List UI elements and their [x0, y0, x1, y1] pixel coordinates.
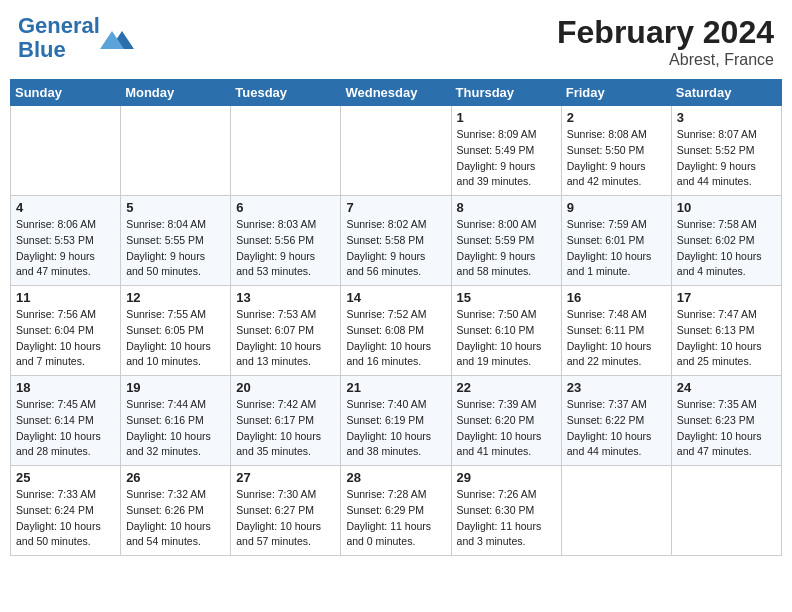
weekday-header-wednesday: Wednesday — [341, 80, 451, 106]
calendar-cell: 1Sunrise: 8:09 AM Sunset: 5:49 PM Daylig… — [451, 106, 561, 196]
calendar-header-row: SundayMondayTuesdayWednesdayThursdayFrid… — [11, 80, 782, 106]
day-info: Sunrise: 7:35 AM Sunset: 6:23 PM Dayligh… — [677, 397, 776, 460]
day-number: 1 — [457, 110, 556, 125]
calendar-cell: 6Sunrise: 8:03 AM Sunset: 5:56 PM Daylig… — [231, 196, 341, 286]
calendar-table: SundayMondayTuesdayWednesdayThursdayFrid… — [10, 79, 782, 556]
calendar-week-3: 11Sunrise: 7:56 AM Sunset: 6:04 PM Dayli… — [11, 286, 782, 376]
weekday-header-saturday: Saturday — [671, 80, 781, 106]
day-number: 7 — [346, 200, 445, 215]
calendar-cell — [561, 466, 671, 556]
day-number: 24 — [677, 380, 776, 395]
calendar-cell: 8Sunrise: 8:00 AM Sunset: 5:59 PM Daylig… — [451, 196, 561, 286]
calendar-cell: 20Sunrise: 7:42 AM Sunset: 6:17 PM Dayli… — [231, 376, 341, 466]
calendar-cell: 22Sunrise: 7:39 AM Sunset: 6:20 PM Dayli… — [451, 376, 561, 466]
calendar-cell: 23Sunrise: 7:37 AM Sunset: 6:22 PM Dayli… — [561, 376, 671, 466]
day-info: Sunrise: 8:06 AM Sunset: 5:53 PM Dayligh… — [16, 217, 115, 280]
day-info: Sunrise: 7:52 AM Sunset: 6:08 PM Dayligh… — [346, 307, 445, 370]
day-number: 25 — [16, 470, 115, 485]
day-number: 10 — [677, 200, 776, 215]
day-info: Sunrise: 7:59 AM Sunset: 6:01 PM Dayligh… — [567, 217, 666, 280]
day-number: 29 — [457, 470, 556, 485]
calendar-cell: 13Sunrise: 7:53 AM Sunset: 6:07 PM Dayli… — [231, 286, 341, 376]
location-subtitle: Abrest, France — [557, 51, 774, 69]
page-header: General Blue February 2024 Abrest, Franc… — [10, 10, 782, 73]
day-number: 18 — [16, 380, 115, 395]
day-number: 14 — [346, 290, 445, 305]
day-info: Sunrise: 7:53 AM Sunset: 6:07 PM Dayligh… — [236, 307, 335, 370]
day-info: Sunrise: 7:58 AM Sunset: 6:02 PM Dayligh… — [677, 217, 776, 280]
day-info: Sunrise: 7:50 AM Sunset: 6:10 PM Dayligh… — [457, 307, 556, 370]
calendar-cell: 2Sunrise: 8:08 AM Sunset: 5:50 PM Daylig… — [561, 106, 671, 196]
calendar-cell: 25Sunrise: 7:33 AM Sunset: 6:24 PM Dayli… — [11, 466, 121, 556]
day-number: 9 — [567, 200, 666, 215]
weekday-header-monday: Monday — [121, 80, 231, 106]
day-number: 8 — [457, 200, 556, 215]
calendar-week-1: 1Sunrise: 8:09 AM Sunset: 5:49 PM Daylig… — [11, 106, 782, 196]
day-info: Sunrise: 7:42 AM Sunset: 6:17 PM Dayligh… — [236, 397, 335, 460]
calendar-cell: 4Sunrise: 8:06 AM Sunset: 5:53 PM Daylig… — [11, 196, 121, 286]
calendar-cell — [11, 106, 121, 196]
weekday-header-sunday: Sunday — [11, 80, 121, 106]
day-number: 15 — [457, 290, 556, 305]
calendar-cell — [671, 466, 781, 556]
calendar-cell: 28Sunrise: 7:28 AM Sunset: 6:29 PM Dayli… — [341, 466, 451, 556]
day-number: 20 — [236, 380, 335, 395]
day-number: 11 — [16, 290, 115, 305]
day-number: 21 — [346, 380, 445, 395]
calendar-cell: 15Sunrise: 7:50 AM Sunset: 6:10 PM Dayli… — [451, 286, 561, 376]
calendar-cell — [231, 106, 341, 196]
month-year-title: February 2024 — [557, 14, 774, 51]
day-number: 4 — [16, 200, 115, 215]
calendar-cell: 19Sunrise: 7:44 AM Sunset: 6:16 PM Dayli… — [121, 376, 231, 466]
calendar-cell: 12Sunrise: 7:55 AM Sunset: 6:05 PM Dayli… — [121, 286, 231, 376]
calendar-cell: 5Sunrise: 8:04 AM Sunset: 5:55 PM Daylig… — [121, 196, 231, 286]
day-info: Sunrise: 7:55 AM Sunset: 6:05 PM Dayligh… — [126, 307, 225, 370]
day-number: 2 — [567, 110, 666, 125]
day-info: Sunrise: 7:56 AM Sunset: 6:04 PM Dayligh… — [16, 307, 115, 370]
day-number: 22 — [457, 380, 556, 395]
calendar-cell: 27Sunrise: 7:30 AM Sunset: 6:27 PM Dayli… — [231, 466, 341, 556]
day-info: Sunrise: 7:40 AM Sunset: 6:19 PM Dayligh… — [346, 397, 445, 460]
day-info: Sunrise: 8:03 AM Sunset: 5:56 PM Dayligh… — [236, 217, 335, 280]
day-number: 17 — [677, 290, 776, 305]
calendar-cell: 3Sunrise: 8:07 AM Sunset: 5:52 PM Daylig… — [671, 106, 781, 196]
day-info: Sunrise: 7:32 AM Sunset: 6:26 PM Dayligh… — [126, 487, 225, 550]
day-info: Sunrise: 7:47 AM Sunset: 6:13 PM Dayligh… — [677, 307, 776, 370]
day-number: 28 — [346, 470, 445, 485]
day-number: 6 — [236, 200, 335, 215]
calendar-cell: 17Sunrise: 7:47 AM Sunset: 6:13 PM Dayli… — [671, 286, 781, 376]
day-info: Sunrise: 8:02 AM Sunset: 5:58 PM Dayligh… — [346, 217, 445, 280]
day-number: 27 — [236, 470, 335, 485]
calendar-cell: 29Sunrise: 7:26 AM Sunset: 6:30 PM Dayli… — [451, 466, 561, 556]
day-info: Sunrise: 7:30 AM Sunset: 6:27 PM Dayligh… — [236, 487, 335, 550]
calendar-cell: 18Sunrise: 7:45 AM Sunset: 6:14 PM Dayli… — [11, 376, 121, 466]
calendar-cell: 21Sunrise: 7:40 AM Sunset: 6:19 PM Dayli… — [341, 376, 451, 466]
calendar-cell — [341, 106, 451, 196]
logo-icon — [100, 21, 134, 55]
calendar-cell: 24Sunrise: 7:35 AM Sunset: 6:23 PM Dayli… — [671, 376, 781, 466]
day-info: Sunrise: 8:00 AM Sunset: 5:59 PM Dayligh… — [457, 217, 556, 280]
day-info: Sunrise: 7:28 AM Sunset: 6:29 PM Dayligh… — [346, 487, 445, 550]
day-info: Sunrise: 7:39 AM Sunset: 6:20 PM Dayligh… — [457, 397, 556, 460]
calendar-cell: 10Sunrise: 7:58 AM Sunset: 6:02 PM Dayli… — [671, 196, 781, 286]
weekday-header-tuesday: Tuesday — [231, 80, 341, 106]
calendar-cell: 7Sunrise: 8:02 AM Sunset: 5:58 PM Daylig… — [341, 196, 451, 286]
day-info: Sunrise: 8:07 AM Sunset: 5:52 PM Dayligh… — [677, 127, 776, 190]
calendar-week-2: 4Sunrise: 8:06 AM Sunset: 5:53 PM Daylig… — [11, 196, 782, 286]
day-number: 12 — [126, 290, 225, 305]
day-number: 26 — [126, 470, 225, 485]
day-info: Sunrise: 8:04 AM Sunset: 5:55 PM Dayligh… — [126, 217, 225, 280]
weekday-header-friday: Friday — [561, 80, 671, 106]
logo-line2: Blue — [18, 37, 66, 62]
day-info: Sunrise: 7:37 AM Sunset: 6:22 PM Dayligh… — [567, 397, 666, 460]
calendar-cell: 16Sunrise: 7:48 AM Sunset: 6:11 PM Dayli… — [561, 286, 671, 376]
title-block: February 2024 Abrest, France — [557, 14, 774, 69]
day-number: 13 — [236, 290, 335, 305]
calendar-cell: 11Sunrise: 7:56 AM Sunset: 6:04 PM Dayli… — [11, 286, 121, 376]
day-info: Sunrise: 7:44 AM Sunset: 6:16 PM Dayligh… — [126, 397, 225, 460]
calendar-cell: 14Sunrise: 7:52 AM Sunset: 6:08 PM Dayli… — [341, 286, 451, 376]
weekday-header-thursday: Thursday — [451, 80, 561, 106]
day-info: Sunrise: 8:08 AM Sunset: 5:50 PM Dayligh… — [567, 127, 666, 190]
day-number: 16 — [567, 290, 666, 305]
calendar-cell — [121, 106, 231, 196]
